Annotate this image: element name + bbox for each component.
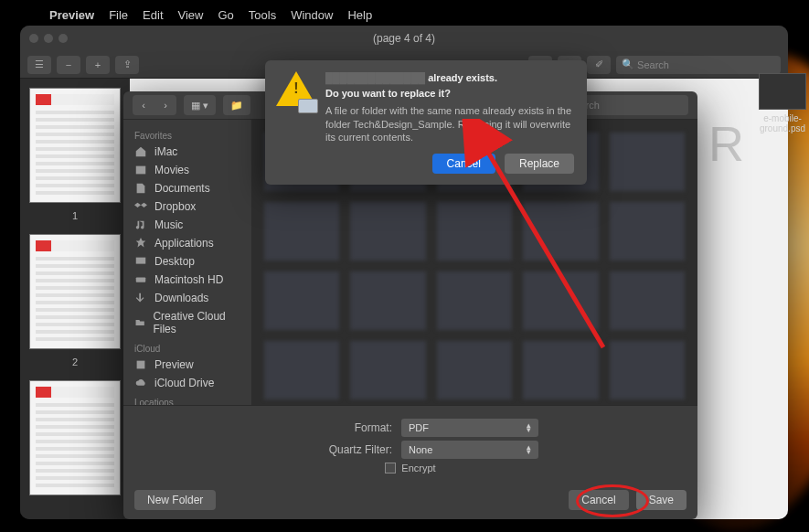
preview-search-placeholder: Search	[637, 59, 669, 70]
sidebar-item-downloads[interactable]: Downloads	[123, 289, 251, 307]
window-title: (page 4 of 4)	[20, 32, 788, 45]
desktop-file[interactable]: e-mobile-ground.psd	[754, 73, 809, 133]
quartz-filter-label: Quartz Filter:	[282, 443, 392, 456]
file-item[interactable]	[437, 341, 512, 399]
alert-title-line2: Do you want to replace it?	[325, 87, 574, 101]
select-arrows-icon: ▴▾	[527, 423, 531, 432]
menu-window[interactable]: Window	[291, 8, 333, 22]
sidebar-item-icloud-drive[interactable]: iCloud Drive	[123, 374, 251, 392]
alert-title-line1: ██████████████ already exists.	[325, 71, 574, 85]
sidebar-item-macintosh-hd[interactable]: Macintosh HD	[123, 271, 251, 289]
alert-body-text: A file or folder with the same name alre…	[325, 104, 574, 145]
save-dialog-sidebar[interactable]: Favorites iMac Movies Documents Dropbox …	[123, 120, 251, 405]
file-item[interactable]	[523, 202, 598, 261]
page-number-1: 1	[72, 210, 78, 221]
sidebar-item-music[interactable]: Music	[123, 216, 251, 234]
sidebar-item-applications[interactable]: Applications	[123, 234, 251, 252]
save-button[interactable]: Save	[636, 490, 687, 510]
music-icon	[134, 218, 147, 231]
markup-button[interactable]: ✐	[587, 56, 611, 74]
svg-rect-3	[137, 361, 145, 369]
replace-alert: ! ██████████████ already exists. Do you …	[265, 60, 587, 185]
encrypt-checkbox[interactable]	[385, 463, 396, 473]
menu-help[interactable]: Help	[347, 8, 372, 22]
dropbox-icon	[134, 200, 147, 213]
file-item[interactable]	[350, 341, 425, 399]
svg-rect-2	[136, 277, 146, 282]
file-item[interactable]	[610, 341, 685, 399]
share-button[interactable]: ⇪	[115, 56, 139, 74]
format-label: Format:	[282, 421, 392, 434]
documents-icon	[134, 182, 147, 195]
sidebar-header-icloud: iCloud	[123, 338, 251, 356]
sidebar-header-favorites: Favorites	[123, 125, 251, 143]
view-mode-button[interactable]: ▦ ▾	[184, 95, 216, 115]
format-select[interactable]: PDF ▴▾	[401, 419, 538, 437]
macos-menubar: Preview File Edit View Go Tools Window H…	[35, 5, 372, 24]
alert-cancel-button[interactable]: Cancel	[432, 154, 495, 174]
file-item[interactable]	[264, 341, 339, 399]
page-thumbnail-1[interactable]	[29, 88, 121, 203]
desktop-file-label: e-mobile-ground.psd	[754, 113, 809, 133]
sidebar-header-locations: Locations	[123, 392, 251, 405]
file-item[interactable]	[264, 202, 339, 261]
zoom-in-button[interactable]: +	[86, 56, 110, 74]
menu-go[interactable]: Go	[218, 8, 233, 22]
save-dialog-options: Format: PDF ▴▾ Quartz Filter: None ▴▾ En…	[123, 406, 697, 483]
cloud-icon	[134, 377, 147, 389]
sidebar-item-documents[interactable]: Documents	[123, 179, 251, 197]
file-item[interactable]	[437, 202, 512, 261]
home-icon	[134, 145, 147, 158]
file-item[interactable]	[437, 271, 512, 330]
encrypt-label: Encrypt	[401, 463, 435, 473]
menu-file[interactable]: File	[109, 8, 128, 22]
sidebar-item-imac[interactable]: iMac	[123, 143, 251, 161]
save-dialog-footer: New Folder Cancel Save	[123, 483, 697, 519]
hdd-icon	[134, 273, 147, 286]
sidebar-item-movies[interactable]: Movies	[123, 161, 251, 179]
desktop-icon	[134, 255, 147, 268]
alert-replace-button[interactable]: Replace	[505, 154, 574, 174]
file-item[interactable]	[350, 202, 425, 261]
preview-icon	[134, 358, 147, 371]
nav-back-forward[interactable]: ‹›	[133, 95, 176, 115]
desktop-file-thumb	[759, 73, 806, 110]
sidebar-item-preview-icloud[interactable]: Preview	[123, 356, 251, 374]
quartz-filter-select[interactable]: None ▴▾	[401, 441, 538, 459]
page-thumbnail-2[interactable]	[29, 234, 121, 349]
menu-edit[interactable]: Edit	[143, 8, 163, 22]
file-item[interactable]	[610, 133, 685, 191]
save-dialog-cancel-button[interactable]: Cancel	[569, 490, 628, 510]
file-item[interactable]	[523, 341, 598, 399]
file-item[interactable]	[610, 271, 685, 330]
file-item[interactable]	[610, 202, 685, 261]
movies-icon	[134, 164, 147, 176]
file-item[interactable]	[523, 271, 598, 330]
thumbnail-sidebar[interactable]: 1 2	[20, 79, 130, 519]
sidebar-item-creative-cloud[interactable]: Creative Cloud Files	[123, 307, 251, 338]
file-item[interactable]	[264, 271, 339, 330]
warning-icon: !	[276, 71, 316, 112]
menu-tools[interactable]: Tools	[249, 8, 276, 22]
page-thumbnail-3[interactable]	[29, 380, 121, 495]
menu-view[interactable]: View	[178, 8, 204, 22]
sidebar-item-desktop[interactable]: Desktop	[123, 252, 251, 271]
app-name-menu[interactable]: Preview	[49, 8, 94, 22]
file-item[interactable]	[350, 271, 425, 330]
sidebar-item-dropbox[interactable]: Dropbox	[123, 197, 251, 216]
sidebar-toggle-button[interactable]: ☰	[27, 56, 51, 74]
applications-icon	[134, 237, 147, 250]
window-titlebar: (page 4 of 4)	[20, 26, 788, 51]
zoom-out-button[interactable]: −	[57, 56, 80, 74]
downloads-icon	[134, 292, 147, 304]
new-folder-button[interactable]: New Folder	[134, 490, 216, 510]
page-number-2: 2	[72, 356, 78, 367]
path-folder-button[interactable]: 📁	[223, 95, 250, 115]
svg-rect-0	[136, 166, 146, 175]
select-arrows-icon: ▴▾	[527, 445, 531, 454]
svg-rect-1	[136, 258, 146, 264]
preview-search-field[interactable]: 🔍 Search	[616, 56, 781, 74]
folder-icon	[134, 316, 145, 329]
search-icon: 🔍	[622, 59, 634, 70]
